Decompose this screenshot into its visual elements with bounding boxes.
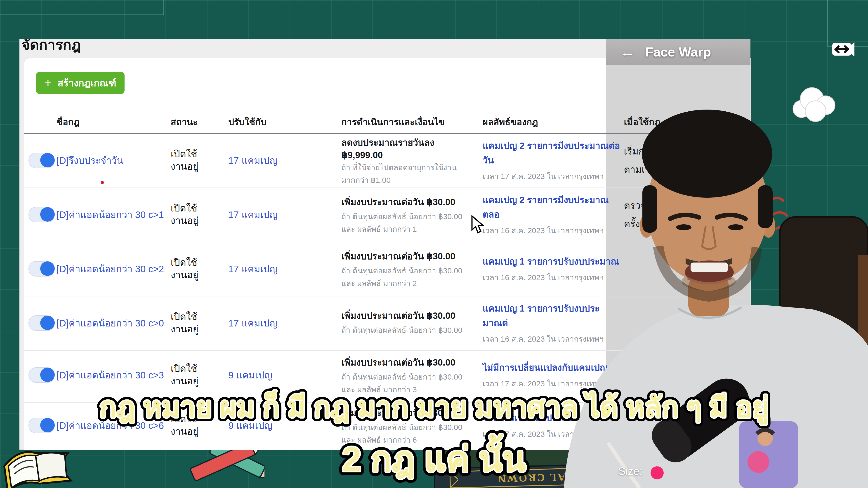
- status-text: เปิดใช้งานอยู่: [170, 242, 225, 296]
- toggle-knob: [40, 316, 55, 330]
- rule-enabled-toggle[interactable]: [29, 315, 55, 331]
- svg-text:2 กฎ แค่ นั้น: 2 กฎ แค่ นั้น: [342, 434, 526, 479]
- campaign-count-link[interactable]: 17 แคมเปญ: [228, 296, 326, 350]
- header-status: สถานะ: [170, 111, 198, 133]
- campaign-count-link[interactable]: 17 แคมเปญ: [228, 242, 326, 296]
- rule-name-link[interactable]: [D]ค่าแอดน้อยกว่า 30 c>2: [57, 242, 165, 296]
- notification-dot: [101, 181, 104, 184]
- plus-icon: +: [44, 76, 52, 89]
- header-rule-results: ผลลัพธ์ของกฎ: [483, 111, 538, 133]
- accent-line: [827, 0, 828, 46]
- subtitle-line-2: 2 กฎ แค่ นั้น 2 กฎ แค่ นั้น 2 กฎ แค่ นั้…: [0, 426, 868, 488]
- rule-enabled-toggle[interactable]: [29, 261, 55, 276]
- action-conditions: เพิ่มงบประมาณต่อวัน ฿30.00 ถ้า ต้นทุนต่อ…: [341, 296, 475, 350]
- mouse-cursor: [471, 215, 486, 235]
- resize-video-icon[interactable]: [832, 41, 855, 58]
- rule-enabled-toggle[interactable]: [29, 153, 55, 168]
- create-rule-label: สร้างกฎเกณฑ์: [58, 75, 116, 90]
- accent-line: [163, 0, 164, 15]
- status-text: เปิดใช้งานอยู่: [170, 296, 225, 350]
- header-action-conditions: การดำเนินการและเงื่อนไข: [341, 111, 445, 133]
- rule-name-link[interactable]: [D]รึงบประจำวัน: [57, 133, 165, 188]
- page-title: จัดการกฎ: [22, 39, 81, 56]
- svg-text:กฎ หมาย ผม ก็ มี กฎ มาก มาย มห: กฎ หมาย ผม ก็ มี กฎ มาก มาย มหาศาล ได้ ห…: [99, 390, 769, 424]
- toggle-knob: [40, 261, 55, 276]
- accent-line: [0, 14, 164, 15]
- rule-name-link[interactable]: [D]ค่าแอดน้อยกว่า 30 c>0: [57, 296, 165, 350]
- toggle-knob: [40, 153, 55, 167]
- rule-enabled-toggle[interactable]: [29, 207, 55, 222]
- toggle-knob: [40, 207, 55, 222]
- face-warp-header: ← Face Warp: [606, 39, 750, 65]
- action-conditions: เพิ่มงบประมาณต่อวัน ฿30.00 ถ้า ต้นทุนต่อ…: [341, 188, 475, 242]
- header-divider: [337, 112, 337, 131]
- header-applied-to: ปรับใช้กับ: [228, 111, 267, 133]
- header-rule-name: ชื่อกฎ: [57, 111, 80, 133]
- face-warp-title: Face Warp: [606, 44, 750, 59]
- action-conditions: ลดงบประมาณรายวันลง ฿9,999.00 ถ้า ที่ใช้จ…: [341, 133, 475, 188]
- action-conditions: เพิ่มงบประมาณต่อวัน ฿30.00 ถ้า ต้นทุนต่อ…: [341, 242, 475, 296]
- campaign-count-link[interactable]: 17 แคมเปญ: [228, 133, 326, 188]
- status-text: เปิดใช้งานอยู่: [170, 133, 225, 188]
- status-text: เปิดใช้งานอยู่: [170, 188, 225, 242]
- create-rule-button[interactable]: + สร้างกฎเกณฑ์: [36, 72, 125, 94]
- rule-name-link[interactable]: [D]ค่าแอดน้อยกว่า 30 c>1: [57, 188, 165, 242]
- campaign-count-link[interactable]: 17 แคมเปญ: [228, 188, 326, 242]
